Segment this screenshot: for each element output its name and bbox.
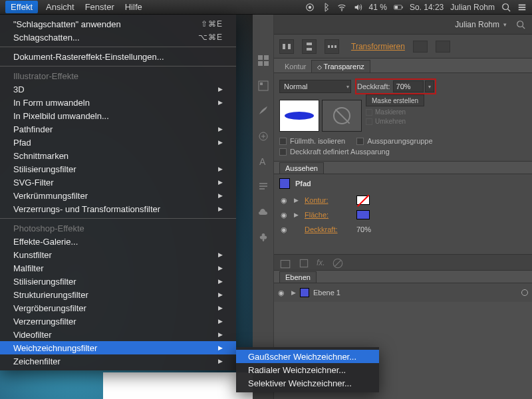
opacity-label: Deckkraft: [357, 82, 390, 90]
transform-link[interactable]: Transformieren [351, 42, 405, 51]
menu-effekt[interactable]: Effekt [5, 1, 38, 13]
svg-point-1 [308, 5, 311, 8]
tab-aussehen[interactable]: Aussehen [279, 162, 324, 174]
volume-icon[interactable] [353, 3, 362, 12]
tab-kontur[interactable]: Kontur [279, 61, 311, 72]
panel-icon-grid[interactable] [257, 55, 269, 66]
mask-clip-checkbox[interactable]: Maskieren [366, 108, 424, 116]
footer-btn-clear[interactable] [332, 257, 344, 268]
tab-transparenz[interactable]: ◇Transparenz [311, 60, 370, 72]
layer-target-icon[interactable] [521, 289, 528, 296]
menu-in-form[interactable]: In Form umwandeln▶ [0, 96, 236, 109]
stroke-transparency-tabs: Kontur ◇Transparenz [274, 59, 532, 73]
distribute-icon[interactable] [325, 39, 339, 54]
menu-verzerrung-ps[interactable]: Verzerrungsfilter▶ [0, 315, 236, 328]
svg-rect-24 [307, 48, 312, 51]
menu-raster-settings[interactable]: Dokument-Rastereffekt-Einstellungen... [0, 50, 236, 63]
blend-mode-select[interactable]: Normal▾ [279, 80, 351, 93]
spotlight-icon[interactable] [501, 3, 511, 12]
user-label[interactable]: Julian Rohm [450, 3, 495, 12]
menu-extras-icon[interactable] [517, 3, 527, 12]
panel-icon-type[interactable]: A [257, 156, 269, 168]
opacity-dropdown-icon[interactable]: ▾ [425, 80, 434, 92]
transparency-panel: Normal▾ Deckkraft: 70% ▾ Maske erstellen… [274, 73, 532, 161]
layer-name[interactable]: Ebene 1 [313, 289, 340, 297]
menu-malfilter[interactable]: Malfilter▶ [0, 261, 236, 275]
layer-eye-icon[interactable]: ◉ [278, 289, 287, 297]
appearance-stroke-row[interactable]: ◉▶ Kontur: [279, 193, 527, 207]
panel-icon-club[interactable] [257, 231, 269, 243]
eye-icon[interactable]: ◉ [279, 225, 289, 234]
submenu-selektiver[interactable]: Selektiver Weichzeichner... [236, 376, 379, 390]
opacity-input[interactable]: 70% [393, 80, 424, 92]
align-horizontal-icon[interactable] [279, 39, 294, 54]
eye-icon[interactable]: ◉ [279, 196, 289, 205]
menu-schnittmarken[interactable]: Schnittmarken [0, 149, 236, 162]
menu-vergroeberung[interactable]: Vergröberungsfilter▶ [0, 301, 236, 315]
mask-invert-checkbox[interactable]: Umkehren [366, 118, 424, 125]
isolate-blending-checkbox[interactable] [279, 138, 287, 145]
svg-point-2 [341, 9, 342, 11]
align-vertical-icon[interactable] [302, 39, 317, 54]
workspace-name[interactable]: Julian Rohm [455, 20, 499, 29]
menu-fenster[interactable]: Fenster [85, 2, 114, 12]
panel-icon-brushes[interactable] [257, 105, 269, 117]
menu-svg-filter[interactable]: SVG-Filter▶ [0, 176, 236, 189]
tab-ebenen[interactable]: Ebenen [279, 271, 317, 283]
search-icon[interactable] [516, 20, 525, 29]
knockout-group-checkbox[interactable] [356, 138, 364, 145]
appearance-opacity-row[interactable]: ◉▶ Deckkraft: 70% [279, 222, 527, 237]
opacity-defines-knockout-label: Deckkraft definiert Aussparung [290, 148, 390, 156]
transform-btn-2[interactable] [436, 41, 450, 53]
appearance-panel-header: Aussehen [274, 161, 532, 174]
siri-icon[interactable] [305, 3, 315, 12]
menu-3d[interactable]: 3D▶ [0, 82, 236, 96]
weichzeichnung-submenu: Gaußscher Weichzeichner... Radialer Weic… [236, 347, 379, 392]
footer-btn-1[interactable] [279, 257, 291, 268]
make-mask-button[interactable]: Maske erstellen [366, 94, 424, 106]
panel-icon-swatches[interactable] [257, 80, 269, 92]
opacity-defines-knockout-checkbox[interactable] [279, 148, 287, 156]
panel-icon-cloud[interactable] [257, 206, 269, 218]
collapsed-panel-strip: A [253, 15, 274, 399]
menu-in-pixelbild[interactable]: In Pixelbild umwandeln... [0, 109, 236, 122]
menu-verkruemmung[interactable]: Verkrümmungsfilter▶ [0, 189, 236, 202]
battery-icon[interactable] [394, 3, 403, 12]
menu-ansicht[interactable]: Ansicht [46, 2, 74, 12]
layer-row[interactable]: ◉ ▶ Ebene 1 [278, 286, 528, 299]
menu-stilisierung-ps[interactable]: Stilisierungsfilter▶ [0, 275, 236, 288]
wifi-icon[interactable] [337, 3, 346, 12]
submenu-radialer[interactable]: Radialer Weichzeichner... [236, 363, 379, 376]
path-swatch [279, 178, 290, 189]
menu-weichzeichnung[interactable]: Weichzeichnungsfilter▶ [0, 341, 236, 354]
menu-zeichenfilter[interactable]: Zeichenfilter▶ [0, 354, 236, 368]
appearance-fill-row[interactable]: ◉▶ Fläche: [279, 207, 527, 222]
bluetooth-icon[interactable] [321, 3, 331, 12]
menu-last-effect[interactable]: Schlagschatten...⌥⌘E [0, 31, 236, 44]
menu-strukturierung[interactable]: Strukturierungsfilter▶ [0, 288, 236, 301]
menu-pathfinder[interactable]: Pathfinder▶ [0, 122, 236, 136]
transform-btn-1[interactable] [413, 41, 428, 53]
menu-kunstfilter[interactable]: Kunstfilter▶ [0, 248, 236, 261]
layer-color-swatch [300, 288, 309, 297]
panel-icon-symbols[interactable] [257, 130, 269, 142]
fill-swatch[interactable] [356, 210, 370, 219]
workspace-dropdown-icon[interactable]: ▾ [503, 21, 507, 28]
clock-label[interactable]: So. 14:23 [410, 3, 444, 12]
footer-btn-2[interactable] [298, 257, 310, 268]
menu-hilfe[interactable]: Hilfe [125, 2, 142, 12]
menu-verzerrung-ai[interactable]: Verzerrungs- und Transformationsfilter▶ [0, 202, 236, 215]
svg-rect-5 [402, 6, 402, 8]
menu-apply-last[interactable]: "Schlagschatten" anwenden⇧⌘E [0, 17, 236, 31]
panel-icon-paragraph[interactable] [257, 181, 269, 193]
mask-thumbnail[interactable] [322, 100, 362, 132]
eye-icon[interactable]: ◉ [279, 211, 289, 219]
object-thumbnail[interactable] [279, 100, 319, 132]
stroke-swatch-none[interactable] [356, 196, 370, 205]
menu-videofilter[interactable]: Videofilter▶ [0, 328, 236, 341]
menu-pfad[interactable]: Pfad▶ [0, 136, 236, 149]
submenu-gausscher[interactable]: Gaußscher Weichzeichner... [236, 350, 379, 363]
menu-stilisierung-ai[interactable]: Stilisierungsfilter▶ [0, 162, 236, 176]
menu-effekte-galerie[interactable]: Effekte-Galerie... [0, 235, 236, 248]
svg-point-19 [517, 21, 523, 27]
